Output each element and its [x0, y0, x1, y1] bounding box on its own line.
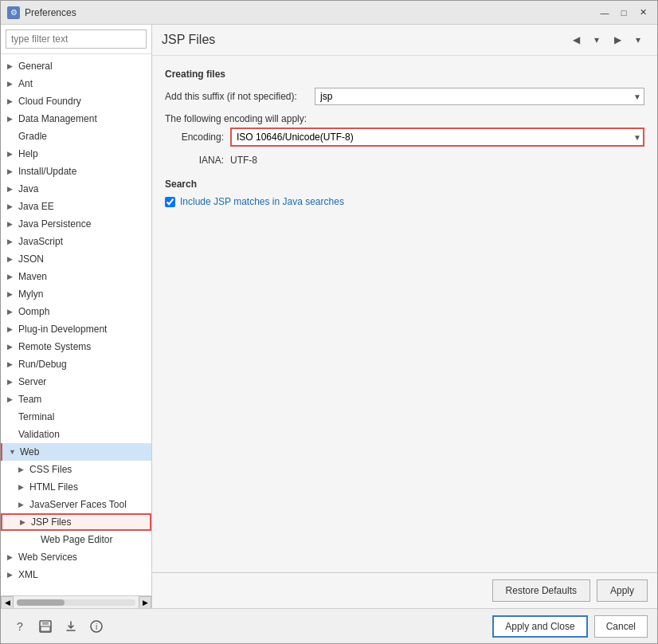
window-title: Preferences [25, 7, 597, 18]
expand-arrow: ▶ [7, 202, 18, 210]
tree-item-cloud-foundry[interactable]: ▶ Cloud Foundry [1, 92, 151, 110]
encoding-select[interactable]: ISO 10646/Unicode(UTF-8) [230, 128, 644, 147]
expand-arrow: ▶ [7, 97, 18, 105]
apply-and-close-button[interactable]: Apply and Close [492, 615, 587, 638]
tree-item-javaserver-faces[interactable]: ▶ JavaServer Faces Tool [1, 496, 151, 513]
horizontal-scrollbar[interactable]: ◀ ▶ [1, 595, 151, 608]
iana-label: IANA: [165, 155, 224, 166]
tree-item-data-management[interactable]: ▶ Data Management [1, 110, 151, 128]
tree-item-help[interactable]: ▶ Help [1, 145, 151, 163]
tree-item-server[interactable]: ▶ Server [1, 373, 151, 391]
nav-forward-button[interactable]: ▶ [608, 31, 627, 49]
scroll-right-btn[interactable]: ▶ [139, 596, 151, 609]
expand-arrow: ▶ [7, 238, 18, 245]
tree-item-json[interactable]: ▶ JSON [1, 250, 151, 268]
tree-label: Ant [18, 78, 151, 89]
tree-label: Help [18, 148, 151, 159]
tree-item-terminal[interactable]: ▶ Terminal [1, 408, 151, 426]
tree-item-install-update[interactable]: ▶ Install/Update [1, 163, 151, 180]
svg-rect-1 [42, 621, 49, 625]
tree-label: JavaServer Faces Tool [29, 499, 151, 510]
tree-label: Remote Systems [18, 341, 151, 352]
tree-item-css-files[interactable]: ▶ CSS Files [1, 461, 151, 478]
window-controls: — □ ✕ [597, 6, 651, 20]
tree-label: CSS Files [29, 464, 151, 475]
main-content: ▶ General ▶ Ant ▶ Cloud Foundry ▶ Data M… [1, 25, 657, 608]
tree-label: HTML Files [29, 481, 151, 493]
expand-arrow: ▶ [7, 220, 18, 228]
tree-label: Plug-in Development [18, 324, 151, 335]
tree-item-java-ee[interactable]: ▶ Java EE [1, 198, 151, 215]
left-panel: ▶ General ▶ Ant ▶ Cloud Foundry ▶ Data M… [1, 25, 152, 608]
right-header: JSP Files ◀ ▾ ▶ ▾ [152, 25, 657, 56]
maximize-button[interactable]: □ [616, 6, 632, 20]
page-title: JSP Files [162, 33, 215, 47]
restore-defaults-button[interactable]: Restore Defaults [492, 579, 590, 602]
expand-arrow: ▶ [18, 465, 29, 473]
scroll-left-btn[interactable]: ◀ [1, 596, 14, 609]
help-icon[interactable]: ? [10, 617, 29, 636]
preferences-window: ⚙ Preferences — □ ✕ ▶ General ▶ [0, 0, 658, 644]
expand-arrow: ▶ [7, 325, 18, 333]
tree-item-oomph[interactable]: ▶ Oomph [1, 303, 151, 320]
scrollbar-track[interactable] [17, 599, 135, 606]
suffix-container: jsp ▼ [315, 88, 644, 105]
tree-item-java[interactable]: ▶ Java [1, 180, 151, 198]
minimize-button[interactable]: — [597, 6, 613, 20]
scrollbar-thumb[interactable] [17, 599, 65, 606]
tree-item-mylyn[interactable]: ▶ Mylyn [1, 285, 151, 303]
nav-buttons: ◀ ▾ ▶ ▾ [566, 31, 648, 49]
search-input[interactable] [6, 29, 147, 49]
tree-item-java-persistence[interactable]: ▶ Java Persistence [1, 215, 151, 233]
info-icon[interactable]: i [87, 617, 106, 636]
svg-rect-2 [41, 626, 50, 631]
tree-item-maven[interactable]: ▶ Maven [1, 268, 151, 285]
apply-button[interactable]: Apply [597, 579, 648, 602]
tree-item-run-debug[interactable]: ▶ Run/Debug [1, 355, 151, 373]
tree-label: XML [18, 569, 151, 580]
suffix-label: Add this suffix (if not specified): [165, 91, 308, 102]
tree-item-jsp-files[interactable]: ▶ JSP Files [1, 513, 151, 531]
tree-item-web-services[interactable]: ▶ Web Services [1, 548, 151, 566]
suffix-select[interactable]: jsp [315, 88, 644, 105]
tree-item-validation[interactable]: ▶ Validation [1, 426, 151, 443]
tree-item-html-files[interactable]: ▶ HTML Files [1, 478, 151, 496]
suffix-row: Add this suffix (if not specified): jsp … [165, 88, 644, 105]
save-icon[interactable] [36, 617, 55, 636]
expand-arrow: ▶ [7, 571, 18, 579]
tree-label: Cloud Foundry [18, 96, 151, 107]
encoding-row: Encoding: ISO 10646/Unicode(UTF-8) ▼ [165, 128, 644, 147]
nav-forward-dropdown[interactable]: ▾ [629, 31, 648, 49]
encoding-desc-row: The following encoding will apply: [165, 113, 644, 124]
tree-item-team[interactable]: ▶ Team [1, 391, 151, 408]
expand-arrow: ▶ [7, 308, 18, 316]
encoding-desc-label: The following encoding will apply: [165, 113, 308, 124]
tree-label: JSP Files [31, 516, 150, 528]
tree-label: Install/Update [18, 166, 151, 177]
tree-item-xml[interactable]: ▶ XML [1, 566, 151, 583]
iana-row: IANA: UTF-8 [165, 155, 644, 166]
jsp-matches-row: Include JSP matches in Java searches [165, 196, 644, 207]
tree-item-gradle[interactable]: ▶ Gradle [1, 128, 151, 145]
cancel-button[interactable]: Cancel [594, 615, 648, 638]
tree-item-javascript[interactable]: ▶ JavaScript [1, 233, 151, 250]
expand-arrow: ▶ [7, 273, 18, 281]
close-button[interactable]: ✕ [635, 6, 651, 20]
tree-item-web-page-editor[interactable]: ▶ Web Page Editor [1, 531, 151, 548]
tree-item-ant[interactable]: ▶ Ant [1, 75, 151, 92]
expand-arrow: ▶ [7, 290, 18, 298]
tree-label: Web Page Editor [41, 534, 151, 545]
nav-back-button[interactable]: ◀ [566, 31, 586, 49]
tree-item-remote-systems[interactable]: ▶ Remote Systems [1, 338, 151, 355]
tree-item-web[interactable]: ▼ Web [1, 443, 151, 461]
tree-label: Server [18, 376, 151, 387]
export-icon[interactable] [61, 617, 80, 636]
tree-label: Java EE [18, 201, 151, 212]
tree-label: Data Management [18, 113, 151, 124]
expand-arrow: ▶ [7, 150, 18, 158]
expand-arrow: ▶ [20, 518, 31, 526]
nav-back-dropdown[interactable]: ▾ [587, 31, 606, 49]
tree-item-plugin-development[interactable]: ▶ Plug-in Development [1, 320, 151, 338]
tree-item-general[interactable]: ▶ General [1, 57, 151, 75]
jsp-matches-checkbox[interactable] [165, 197, 175, 207]
